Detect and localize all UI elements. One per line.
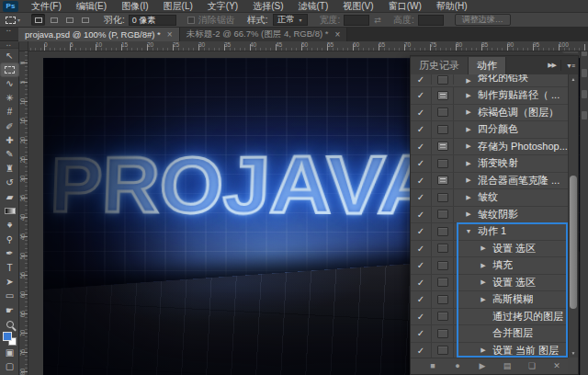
gradient-tool[interactable] [0, 204, 19, 218]
action-row[interactable]: ✓▶渐变映射 [411, 155, 568, 173]
menu-item[interactable]: 帮助(H) [429, 0, 475, 13]
action-row[interactable]: ✓▶高斯模糊 [411, 291, 568, 309]
expand-triangle-icon[interactable]: ▶ [463, 160, 474, 167]
action-row[interactable]: ✓合并图层 [411, 325, 568, 343]
zoom-tool[interactable] [0, 317, 19, 331]
dialog-toggle[interactable] [432, 223, 454, 240]
dialog-toggle[interactable] [432, 173, 454, 189]
action-row[interactable]: ✓▼动作 1 [411, 223, 568, 241]
action-row[interactable]: ✓▶棕褐色调（图层） [411, 105, 568, 122]
brush-tool[interactable]: ✎ [0, 148, 19, 162]
dialog-toggle[interactable] [432, 87, 454, 104]
dialog-toggle[interactable] [432, 241, 454, 257]
clone-stamp-tool[interactable]: ♜ [0, 162, 19, 176]
menu-item[interactable]: 图层(L) [156, 0, 200, 13]
action-row[interactable]: ✓▶四分颜色 [411, 121, 568, 139]
action-row[interactable]: ✓▶制作剪贴路径（ ... [411, 87, 568, 105]
dialog-toggle[interactable] [432, 155, 454, 172]
dialog-toggle[interactable] [432, 189, 454, 206]
collapse-panel-icon[interactable]: ▶▶ [548, 62, 556, 69]
action-row[interactable]: ✓▶熔化的铅块 [411, 74, 568, 87]
type-tool[interactable]: T [0, 261, 19, 275]
menu-item[interactable]: 图像(I) [114, 0, 155, 13]
panel-menu-icon[interactable]: ▼≡ [566, 62, 574, 69]
subtract-from-selection-icon[interactable] [62, 14, 76, 26]
expand-triangle-icon[interactable]: ▶ [463, 126, 474, 133]
expand-triangle-icon[interactable]: ▶ [463, 108, 474, 116]
eyedropper-tool[interactable]: ✐ [0, 119, 19, 133]
add-to-selection-icon[interactable] [47, 14, 61, 26]
expand-triangle-icon[interactable]: ▶ [478, 244, 489, 252]
action-row[interactable]: ✓▶填充 [411, 257, 568, 275]
expand-triangle-icon[interactable]: ▶ [463, 210, 474, 218]
stop-icon[interactable]: ■ [425, 362, 440, 370]
menu-item[interactable]: 编辑(E) [69, 0, 114, 13]
dialog-toggle[interactable] [432, 207, 454, 223]
item-check-toggle[interactable]: ✓ [411, 343, 432, 358]
rectangular-marquee-tool[interactable] [0, 62, 19, 76]
tab-actions[interactable]: 动作 [469, 57, 506, 74]
scroll-up-icon[interactable]: ▲ [569, 74, 578, 84]
expand-triangle-icon[interactable]: ▶ [463, 142, 474, 150]
new-set-icon[interactable]: ▤ [500, 362, 514, 370]
quick-selection-tool[interactable]: ✳ [0, 91, 19, 105]
scrollbar[interactable]: ▲ ▼ [568, 74, 578, 358]
menu-item[interactable]: 文件(F) [24, 0, 69, 13]
width-input[interactable] [344, 15, 369, 26]
menu-item[interactable]: 滤镜(T) [291, 0, 336, 13]
dodge-tool[interactable]: ⚲ [0, 233, 19, 246]
crop-tool[interactable]: # [0, 106, 19, 119]
action-row[interactable]: ✓▶设置 选区 [411, 275, 568, 292]
expand-triangle-icon[interactable]: ▶ [478, 278, 489, 286]
item-check-toggle[interactable]: ✓ [411, 74, 432, 85]
menu-item[interactable]: 窗口(W) [381, 0, 429, 13]
menu-item[interactable]: 文字(Y) [200, 0, 245, 13]
color-swatches[interactable] [0, 332, 19, 346]
menu-item[interactable]: 选择(S) [245, 0, 290, 13]
dialog-toggle[interactable] [432, 139, 454, 155]
action-row[interactable]: ✓通过拷贝的图层 [411, 309, 568, 326]
item-check-toggle[interactable]: ✓ [411, 207, 432, 223]
lasso-tool[interactable]: ∿ [0, 77, 19, 91]
intersect-selection-icon[interactable] [78, 14, 92, 26]
shape-tool[interactable]: ▭ [0, 290, 19, 303]
height-input[interactable] [418, 15, 444, 26]
item-check-toggle[interactable]: ✓ [411, 291, 432, 308]
play-icon[interactable]: ▶ [475, 362, 490, 370]
expand-triangle-icon[interactable]: ▶ [463, 194, 474, 201]
new-action-icon[interactable]: ❏ [525, 362, 539, 370]
document-tab[interactable]: projava.psd @ 100% (P, RGB/8#) *× [18, 28, 180, 41]
action-row[interactable]: ✓▶混合器画笔克隆 ... [411, 173, 568, 190]
document-tab[interactable]: 未标题-2 @ 66.7% (图层 4, RGB/8) *× [180, 28, 348, 41]
item-check-toggle[interactable]: ✓ [411, 241, 432, 257]
item-check-toggle[interactable]: ✓ [411, 275, 432, 291]
expand-triangle-icon[interactable]: ▼ [463, 228, 474, 234]
item-check-toggle[interactable]: ✓ [411, 325, 432, 342]
item-check-toggle[interactable]: ✓ [411, 189, 432, 206]
action-row[interactable]: ✓▶设置 选区 [411, 241, 568, 258]
scroll-thumb[interactable] [570, 176, 577, 309]
item-check-toggle[interactable]: ✓ [411, 173, 432, 189]
dialog-toggle[interactable] [432, 121, 454, 138]
action-row[interactable]: ✓▶皱纹 [411, 189, 568, 207]
close-icon[interactable]: × [335, 30, 341, 40]
pen-tool[interactable]: ✒ [0, 246, 19, 260]
tab-history[interactable]: 历史记录 [411, 57, 469, 74]
dialog-toggle[interactable] [432, 343, 454, 358]
dialog-toggle[interactable] [432, 325, 454, 342]
new-selection-icon[interactable] [31, 14, 45, 26]
record-icon[interactable]: ● [450, 362, 465, 370]
item-check-toggle[interactable]: ✓ [411, 223, 432, 240]
blur-tool[interactable]: ♠ [0, 219, 19, 233]
expand-triangle-icon[interactable]: ▶ [478, 347, 489, 354]
expand-triangle-icon[interactable]: ▶ [463, 77, 474, 85]
dialog-toggle[interactable] [432, 74, 454, 85]
expand-triangle-icon[interactable]: ▶ [478, 296, 489, 303]
quick-mask-button[interactable]: ▣ [0, 346, 19, 359]
style-dropdown[interactable]: 正常 ▾ [273, 14, 308, 26]
item-check-toggle[interactable]: ✓ [411, 257, 432, 274]
toolbar-grip[interactable]: ▪▪ [0, 28, 18, 41]
dialog-toggle[interactable] [432, 257, 454, 274]
item-check-toggle[interactable]: ✓ [411, 121, 432, 138]
expand-triangle-icon[interactable]: ▶ [463, 176, 474, 184]
